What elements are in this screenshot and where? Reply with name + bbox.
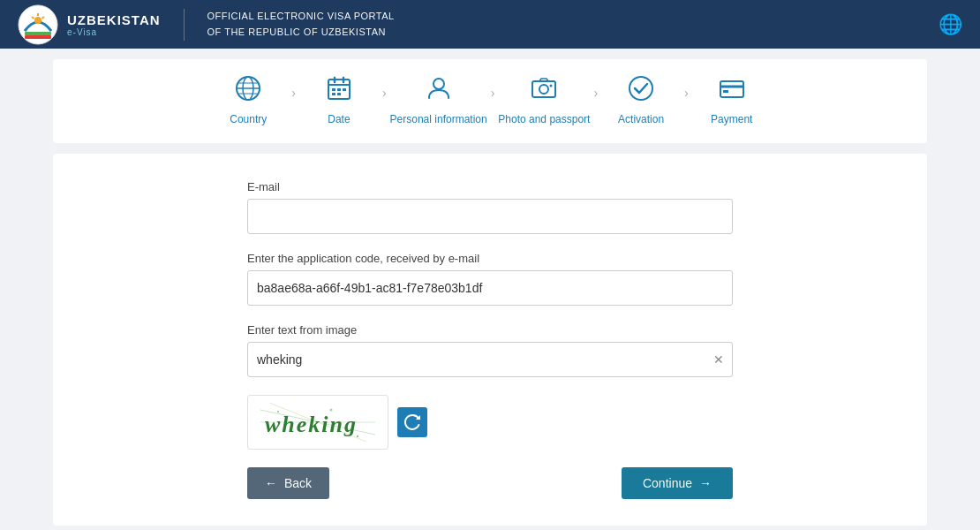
- country-icon: [235, 75, 261, 108]
- captcha-image: wheking: [247, 395, 388, 450]
- captcha-label: Enter text from image: [247, 323, 733, 337]
- captcha-clear-icon[interactable]: ✕: [713, 352, 724, 367]
- step-country-label: Country: [230, 113, 267, 127]
- svg-point-34: [330, 408, 333, 411]
- arrow-5: ›: [684, 86, 689, 116]
- logo-text: UZBEKISTAN e-Visa: [67, 12, 161, 37]
- site-header: UZBEKISTAN e-Visa OFFICIAL ELECTRONIC VI…: [0, 0, 980, 49]
- continue-arrow-icon: →: [699, 476, 712, 490]
- step-activation-label: Activation: [618, 113, 664, 127]
- email-input[interactable]: [247, 199, 733, 234]
- logo-subtitle: e-Visa: [67, 27, 161, 37]
- step-date-label: Date: [328, 113, 350, 127]
- svg-rect-6: [25, 35, 51, 39]
- logo-area: UZBEKISTAN e-Visa: [18, 4, 161, 45]
- captcha-input[interactable]: [247, 342, 733, 377]
- step-personal-label: Personal information: [390, 113, 487, 127]
- step-payment: Payment: [692, 75, 772, 127]
- step-personal: Personal information: [390, 75, 487, 127]
- header-title: OFFICIAL ELECTRONIC VISA PORTAL OF THE R…: [207, 9, 395, 40]
- payment-icon: [719, 75, 745, 108]
- step-payment-label: Payment: [711, 113, 752, 127]
- code-input[interactable]: [247, 270, 733, 306]
- svg-text:wheking: wheking: [265, 412, 358, 437]
- svg-rect-22: [532, 81, 555, 97]
- captcha-area: wheking: [247, 395, 733, 450]
- arrow-1: ›: [291, 86, 296, 116]
- svg-point-24: [550, 85, 553, 87]
- date-icon: [326, 75, 352, 108]
- email-group: E-mail: [247, 180, 733, 234]
- logo-brand: UZBEKISTAN: [67, 12, 161, 27]
- arrow-4: ›: [593, 86, 598, 116]
- continue-label: Continue: [643, 476, 692, 490]
- step-activation: Activation: [601, 75, 681, 127]
- svg-point-23: [539, 85, 548, 94]
- arrow-3: ›: [491, 86, 495, 116]
- step-photo: Photo and passport: [498, 75, 590, 127]
- svg-point-21: [433, 79, 444, 89]
- svg-point-25: [629, 77, 652, 100]
- svg-point-35: [357, 435, 358, 437]
- svg-point-33: [277, 411, 279, 413]
- header-divider: [184, 9, 185, 41]
- captcha-refresh-button[interactable]: [397, 407, 427, 437]
- step-country: Country: [208, 75, 288, 127]
- email-label: E-mail: [247, 180, 733, 193]
- activation-icon: [628, 75, 654, 108]
- svg-rect-28: [723, 90, 728, 93]
- svg-point-1: [34, 17, 41, 24]
- captcha-input-wrapper: ✕: [247, 342, 733, 377]
- svg-rect-20: [337, 93, 341, 95]
- main-form-container: E-mail Enter the application code, recei…: [53, 154, 927, 526]
- photo-icon: [531, 75, 557, 108]
- logo-icon: [18, 4, 58, 45]
- code-label: Enter the application code, received by …: [247, 252, 733, 265]
- svg-rect-17: [337, 88, 341, 91]
- continue-button[interactable]: Continue →: [622, 467, 733, 499]
- arrow-2: ›: [382, 86, 387, 116]
- stepper: Country › Date › Person: [53, 59, 927, 143]
- code-group: Enter the application code, received by …: [247, 252, 733, 306]
- svg-rect-19: [332, 93, 335, 95]
- svg-rect-26: [720, 81, 743, 97]
- svg-rect-16: [332, 88, 335, 91]
- back-label: Back: [284, 476, 312, 490]
- personal-icon: [426, 75, 452, 108]
- globe-icon[interactable]: 🌐: [939, 13, 962, 36]
- svg-rect-5: [25, 32, 51, 35]
- back-button[interactable]: ← Back: [247, 467, 329, 499]
- svg-rect-18: [343, 88, 346, 91]
- step-photo-label: Photo and passport: [498, 113, 590, 127]
- back-arrow-icon: ←: [265, 476, 277, 490]
- button-row: ← Back Continue →: [247, 467, 733, 499]
- captcha-group: Enter text from image ✕: [247, 323, 733, 377]
- step-date: Date: [299, 75, 379, 127]
